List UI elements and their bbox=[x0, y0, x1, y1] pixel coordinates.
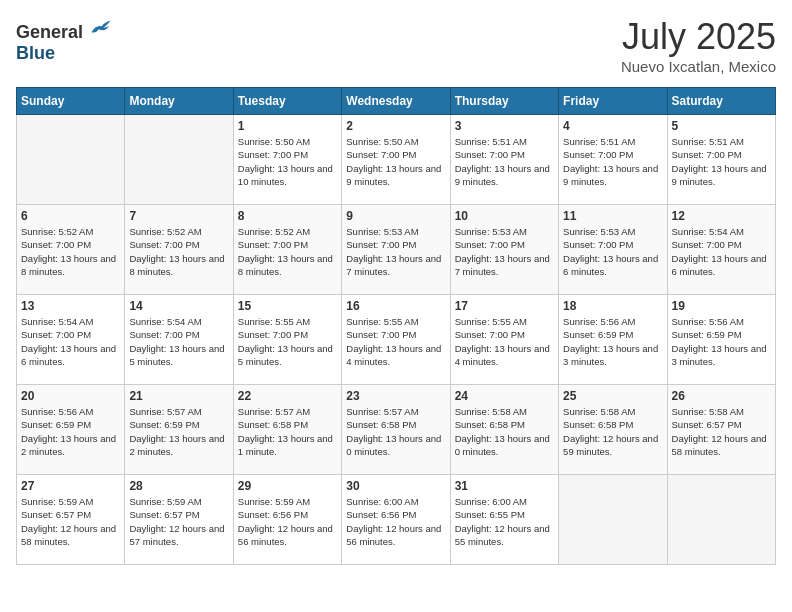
day-info: Sunrise: 5:56 AM Sunset: 6:59 PM Dayligh… bbox=[563, 315, 662, 368]
calendar-cell bbox=[17, 115, 125, 205]
calendar-day-header: Tuesday bbox=[233, 88, 341, 115]
day-number: 31 bbox=[455, 479, 554, 493]
calendar-cell: 29Sunrise: 5:59 AM Sunset: 6:56 PM Dayli… bbox=[233, 475, 341, 565]
day-info: Sunrise: 5:59 AM Sunset: 6:57 PM Dayligh… bbox=[21, 495, 120, 548]
day-info: Sunrise: 5:54 AM Sunset: 7:00 PM Dayligh… bbox=[672, 225, 771, 278]
day-info: Sunrise: 5:55 AM Sunset: 7:00 PM Dayligh… bbox=[455, 315, 554, 368]
calendar-cell: 30Sunrise: 6:00 AM Sunset: 6:56 PM Dayli… bbox=[342, 475, 450, 565]
day-info: Sunrise: 5:51 AM Sunset: 7:00 PM Dayligh… bbox=[672, 135, 771, 188]
calendar-cell: 25Sunrise: 5:58 AM Sunset: 6:58 PM Dayli… bbox=[559, 385, 667, 475]
day-number: 8 bbox=[238, 209, 337, 223]
calendar-cell: 22Sunrise: 5:57 AM Sunset: 6:58 PM Dayli… bbox=[233, 385, 341, 475]
calendar-cell: 18Sunrise: 5:56 AM Sunset: 6:59 PM Dayli… bbox=[559, 295, 667, 385]
day-number: 27 bbox=[21, 479, 120, 493]
day-info: Sunrise: 5:50 AM Sunset: 7:00 PM Dayligh… bbox=[346, 135, 445, 188]
month-title: July 2025 bbox=[621, 16, 776, 58]
day-number: 17 bbox=[455, 299, 554, 313]
calendar-cell: 13Sunrise: 5:54 AM Sunset: 7:00 PM Dayli… bbox=[17, 295, 125, 385]
logo: General Blue bbox=[16, 16, 112, 64]
day-info: Sunrise: 5:53 AM Sunset: 7:00 PM Dayligh… bbox=[455, 225, 554, 278]
day-number: 26 bbox=[672, 389, 771, 403]
day-info: Sunrise: 5:54 AM Sunset: 7:00 PM Dayligh… bbox=[129, 315, 228, 368]
calendar-cell: 14Sunrise: 5:54 AM Sunset: 7:00 PM Dayli… bbox=[125, 295, 233, 385]
calendar-cell: 4Sunrise: 5:51 AM Sunset: 7:00 PM Daylig… bbox=[559, 115, 667, 205]
calendar-week-row: 6Sunrise: 5:52 AM Sunset: 7:00 PM Daylig… bbox=[17, 205, 776, 295]
calendar-day-header: Saturday bbox=[667, 88, 775, 115]
calendar-day-header: Friday bbox=[559, 88, 667, 115]
calendar-cell: 11Sunrise: 5:53 AM Sunset: 7:00 PM Dayli… bbox=[559, 205, 667, 295]
day-info: Sunrise: 5:53 AM Sunset: 7:00 PM Dayligh… bbox=[346, 225, 445, 278]
day-number: 24 bbox=[455, 389, 554, 403]
calendar-cell: 23Sunrise: 5:57 AM Sunset: 6:58 PM Dayli… bbox=[342, 385, 450, 475]
calendar-cell: 21Sunrise: 5:57 AM Sunset: 6:59 PM Dayli… bbox=[125, 385, 233, 475]
calendar-cell: 19Sunrise: 5:56 AM Sunset: 6:59 PM Dayli… bbox=[667, 295, 775, 385]
day-number: 12 bbox=[672, 209, 771, 223]
day-number: 16 bbox=[346, 299, 445, 313]
calendar-week-row: 13Sunrise: 5:54 AM Sunset: 7:00 PM Dayli… bbox=[17, 295, 776, 385]
calendar-cell bbox=[125, 115, 233, 205]
day-info: Sunrise: 6:00 AM Sunset: 6:55 PM Dayligh… bbox=[455, 495, 554, 548]
calendar-cell: 9Sunrise: 5:53 AM Sunset: 7:00 PM Daylig… bbox=[342, 205, 450, 295]
day-number: 15 bbox=[238, 299, 337, 313]
day-info: Sunrise: 5:59 AM Sunset: 6:57 PM Dayligh… bbox=[129, 495, 228, 548]
day-info: Sunrise: 5:58 AM Sunset: 6:58 PM Dayligh… bbox=[455, 405, 554, 458]
day-number: 6 bbox=[21, 209, 120, 223]
day-info: Sunrise: 5:55 AM Sunset: 7:00 PM Dayligh… bbox=[238, 315, 337, 368]
calendar-cell: 3Sunrise: 5:51 AM Sunset: 7:00 PM Daylig… bbox=[450, 115, 558, 205]
day-number: 3 bbox=[455, 119, 554, 133]
calendar-body: 1Sunrise: 5:50 AM Sunset: 7:00 PM Daylig… bbox=[17, 115, 776, 565]
calendar-cell: 31Sunrise: 6:00 AM Sunset: 6:55 PM Dayli… bbox=[450, 475, 558, 565]
calendar-cell: 26Sunrise: 5:58 AM Sunset: 6:57 PM Dayli… bbox=[667, 385, 775, 475]
calendar-cell bbox=[559, 475, 667, 565]
calendar-cell: 8Sunrise: 5:52 AM Sunset: 7:00 PM Daylig… bbox=[233, 205, 341, 295]
page-header: General Blue July 2025 Nuevo Ixcatlan, M… bbox=[16, 16, 776, 75]
day-info: Sunrise: 5:51 AM Sunset: 7:00 PM Dayligh… bbox=[455, 135, 554, 188]
day-number: 18 bbox=[563, 299, 662, 313]
day-info: Sunrise: 5:56 AM Sunset: 6:59 PM Dayligh… bbox=[672, 315, 771, 368]
day-number: 25 bbox=[563, 389, 662, 403]
day-number: 1 bbox=[238, 119, 337, 133]
day-number: 9 bbox=[346, 209, 445, 223]
calendar-cell: 10Sunrise: 5:53 AM Sunset: 7:00 PM Dayli… bbox=[450, 205, 558, 295]
calendar-cell: 12Sunrise: 5:54 AM Sunset: 7:00 PM Dayli… bbox=[667, 205, 775, 295]
day-info: Sunrise: 5:50 AM Sunset: 7:00 PM Dayligh… bbox=[238, 135, 337, 188]
day-number: 5 bbox=[672, 119, 771, 133]
day-info: Sunrise: 5:52 AM Sunset: 7:00 PM Dayligh… bbox=[238, 225, 337, 278]
day-number: 28 bbox=[129, 479, 228, 493]
calendar-week-row: 1Sunrise: 5:50 AM Sunset: 7:00 PM Daylig… bbox=[17, 115, 776, 205]
day-number: 2 bbox=[346, 119, 445, 133]
day-info: Sunrise: 5:53 AM Sunset: 7:00 PM Dayligh… bbox=[563, 225, 662, 278]
calendar-table: SundayMondayTuesdayWednesdayThursdayFrid… bbox=[16, 87, 776, 565]
day-number: 23 bbox=[346, 389, 445, 403]
calendar-cell: 24Sunrise: 5:58 AM Sunset: 6:58 PM Dayli… bbox=[450, 385, 558, 475]
logo-bird-icon bbox=[90, 16, 112, 38]
day-number: 20 bbox=[21, 389, 120, 403]
day-info: Sunrise: 6:00 AM Sunset: 6:56 PM Dayligh… bbox=[346, 495, 445, 548]
calendar-cell: 28Sunrise: 5:59 AM Sunset: 6:57 PM Dayli… bbox=[125, 475, 233, 565]
day-info: Sunrise: 5:58 AM Sunset: 6:57 PM Dayligh… bbox=[672, 405, 771, 458]
day-number: 11 bbox=[563, 209, 662, 223]
calendar-cell bbox=[667, 475, 775, 565]
calendar-cell: 2Sunrise: 5:50 AM Sunset: 7:00 PM Daylig… bbox=[342, 115, 450, 205]
calendar-week-row: 27Sunrise: 5:59 AM Sunset: 6:57 PM Dayli… bbox=[17, 475, 776, 565]
day-info: Sunrise: 5:55 AM Sunset: 7:00 PM Dayligh… bbox=[346, 315, 445, 368]
location-title: Nuevo Ixcatlan, Mexico bbox=[621, 58, 776, 75]
day-info: Sunrise: 5:52 AM Sunset: 7:00 PM Dayligh… bbox=[129, 225, 228, 278]
day-number: 14 bbox=[129, 299, 228, 313]
day-info: Sunrise: 5:59 AM Sunset: 6:56 PM Dayligh… bbox=[238, 495, 337, 548]
calendar-cell: 16Sunrise: 5:55 AM Sunset: 7:00 PM Dayli… bbox=[342, 295, 450, 385]
day-number: 7 bbox=[129, 209, 228, 223]
day-info: Sunrise: 5:54 AM Sunset: 7:00 PM Dayligh… bbox=[21, 315, 120, 368]
day-number: 19 bbox=[672, 299, 771, 313]
calendar-cell: 15Sunrise: 5:55 AM Sunset: 7:00 PM Dayli… bbox=[233, 295, 341, 385]
day-info: Sunrise: 5:57 AM Sunset: 6:58 PM Dayligh… bbox=[238, 405, 337, 458]
logo-text: General Blue bbox=[16, 16, 112, 64]
day-number: 30 bbox=[346, 479, 445, 493]
day-number: 22 bbox=[238, 389, 337, 403]
day-info: Sunrise: 5:57 AM Sunset: 6:58 PM Dayligh… bbox=[346, 405, 445, 458]
calendar-day-header: Sunday bbox=[17, 88, 125, 115]
title-block: July 2025 Nuevo Ixcatlan, Mexico bbox=[621, 16, 776, 75]
calendar-day-header: Wednesday bbox=[342, 88, 450, 115]
day-number: 29 bbox=[238, 479, 337, 493]
day-info: Sunrise: 5:56 AM Sunset: 6:59 PM Dayligh… bbox=[21, 405, 120, 458]
